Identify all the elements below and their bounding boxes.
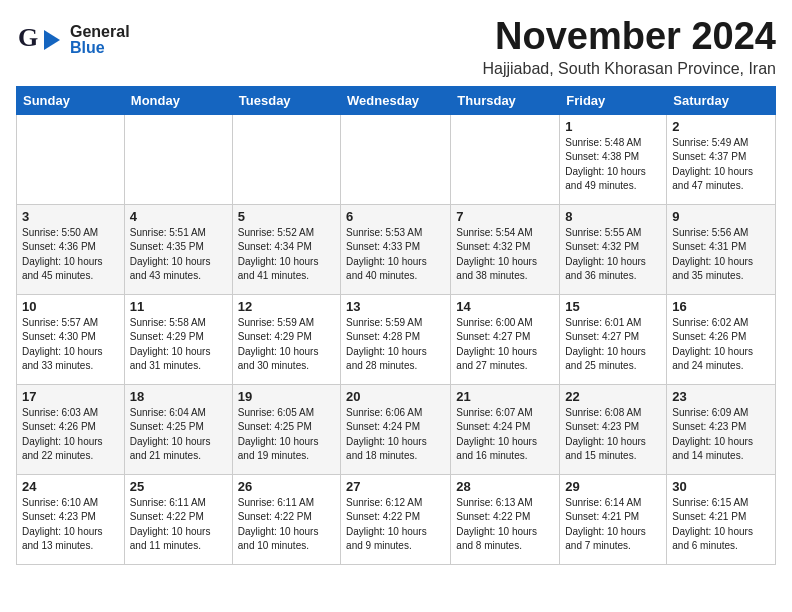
day-info: Sunrise: 5:56 AM Sunset: 4:31 PM Dayligh…: [672, 226, 770, 284]
day-number: 4: [130, 209, 227, 224]
calendar-cell: 12Sunrise: 5:59 AM Sunset: 4:29 PM Dayli…: [232, 294, 340, 384]
day-number: 13: [346, 299, 445, 314]
calendar-cell: 6Sunrise: 5:53 AM Sunset: 4:33 PM Daylig…: [341, 204, 451, 294]
weekday-header-sunday: Sunday: [17, 86, 125, 114]
calendar-cell: [232, 114, 340, 204]
calendar-cell: 1Sunrise: 5:48 AM Sunset: 4:38 PM Daylig…: [560, 114, 667, 204]
day-info: Sunrise: 5:59 AM Sunset: 4:29 PM Dayligh…: [238, 316, 335, 374]
weekday-header-row: SundayMondayTuesdayWednesdayThursdayFrid…: [17, 86, 776, 114]
day-number: 20: [346, 389, 445, 404]
day-number: 17: [22, 389, 119, 404]
day-number: 19: [238, 389, 335, 404]
calendar-cell: 3Sunrise: 5:50 AM Sunset: 4:36 PM Daylig…: [17, 204, 125, 294]
day-info: Sunrise: 5:54 AM Sunset: 4:32 PM Dayligh…: [456, 226, 554, 284]
calendar-cell: 8Sunrise: 5:55 AM Sunset: 4:32 PM Daylig…: [560, 204, 667, 294]
day-number: 26: [238, 479, 335, 494]
day-number: 29: [565, 479, 661, 494]
day-info: Sunrise: 5:49 AM Sunset: 4:37 PM Dayligh…: [672, 136, 770, 194]
day-number: 6: [346, 209, 445, 224]
calendar-cell: 24Sunrise: 6:10 AM Sunset: 4:23 PM Dayli…: [17, 474, 125, 564]
day-info: Sunrise: 6:03 AM Sunset: 4:26 PM Dayligh…: [22, 406, 119, 464]
calendar-cell: 23Sunrise: 6:09 AM Sunset: 4:23 PM Dayli…: [667, 384, 776, 474]
week-row-4: 17Sunrise: 6:03 AM Sunset: 4:26 PM Dayli…: [17, 384, 776, 474]
weekday-header-thursday: Thursday: [451, 86, 560, 114]
day-info: Sunrise: 6:11 AM Sunset: 4:22 PM Dayligh…: [238, 496, 335, 554]
day-number: 3: [22, 209, 119, 224]
calendar-cell: [451, 114, 560, 204]
weekday-header-monday: Monday: [124, 86, 232, 114]
calendar-cell: 11Sunrise: 5:58 AM Sunset: 4:29 PM Dayli…: [124, 294, 232, 384]
day-number: 7: [456, 209, 554, 224]
day-info: Sunrise: 5:53 AM Sunset: 4:33 PM Dayligh…: [346, 226, 445, 284]
calendar-cell: 30Sunrise: 6:15 AM Sunset: 4:21 PM Dayli…: [667, 474, 776, 564]
calendar-cell: 5Sunrise: 5:52 AM Sunset: 4:34 PM Daylig…: [232, 204, 340, 294]
calendar-cell: 4Sunrise: 5:51 AM Sunset: 4:35 PM Daylig…: [124, 204, 232, 294]
logo-general: General: [70, 24, 130, 40]
day-info: Sunrise: 5:48 AM Sunset: 4:38 PM Dayligh…: [565, 136, 661, 194]
logo-blue: Blue: [70, 40, 130, 56]
day-number: 30: [672, 479, 770, 494]
calendar-cell: 9Sunrise: 5:56 AM Sunset: 4:31 PM Daylig…: [667, 204, 776, 294]
calendar-table: SundayMondayTuesdayWednesdayThursdayFrid…: [16, 86, 776, 565]
calendar-cell: 28Sunrise: 6:13 AM Sunset: 4:22 PM Dayli…: [451, 474, 560, 564]
calendar-cell: [341, 114, 451, 204]
week-row-1: 1Sunrise: 5:48 AM Sunset: 4:38 PM Daylig…: [17, 114, 776, 204]
calendar-cell: 15Sunrise: 6:01 AM Sunset: 4:27 PM Dayli…: [560, 294, 667, 384]
day-info: Sunrise: 6:10 AM Sunset: 4:23 PM Dayligh…: [22, 496, 119, 554]
day-info: Sunrise: 6:09 AM Sunset: 4:23 PM Dayligh…: [672, 406, 770, 464]
week-row-5: 24Sunrise: 6:10 AM Sunset: 4:23 PM Dayli…: [17, 474, 776, 564]
location-title: Hajjiabad, South Khorasan Province, Iran: [482, 60, 776, 78]
day-info: Sunrise: 5:58 AM Sunset: 4:29 PM Dayligh…: [130, 316, 227, 374]
weekday-header-friday: Friday: [560, 86, 667, 114]
day-info: Sunrise: 6:00 AM Sunset: 4:27 PM Dayligh…: [456, 316, 554, 374]
calendar-cell: 20Sunrise: 6:06 AM Sunset: 4:24 PM Dayli…: [341, 384, 451, 474]
title-area: November 2024 Hajjiabad, South Khorasan …: [482, 16, 776, 78]
day-info: Sunrise: 6:01 AM Sunset: 4:27 PM Dayligh…: [565, 316, 661, 374]
calendar-cell: 13Sunrise: 5:59 AM Sunset: 4:28 PM Dayli…: [341, 294, 451, 384]
day-info: Sunrise: 6:11 AM Sunset: 4:22 PM Dayligh…: [130, 496, 227, 554]
day-info: Sunrise: 5:51 AM Sunset: 4:35 PM Dayligh…: [130, 226, 227, 284]
day-number: 24: [22, 479, 119, 494]
calendar-cell: 16Sunrise: 6:02 AM Sunset: 4:26 PM Dayli…: [667, 294, 776, 384]
calendar-cell: [17, 114, 125, 204]
day-number: 21: [456, 389, 554, 404]
day-info: Sunrise: 5:59 AM Sunset: 4:28 PM Dayligh…: [346, 316, 445, 374]
day-number: 27: [346, 479, 445, 494]
calendar-body: 1Sunrise: 5:48 AM Sunset: 4:38 PM Daylig…: [17, 114, 776, 564]
calendar-cell: 2Sunrise: 5:49 AM Sunset: 4:37 PM Daylig…: [667, 114, 776, 204]
week-row-2: 3Sunrise: 5:50 AM Sunset: 4:36 PM Daylig…: [17, 204, 776, 294]
day-info: Sunrise: 6:12 AM Sunset: 4:22 PM Dayligh…: [346, 496, 445, 554]
day-info: Sunrise: 6:13 AM Sunset: 4:22 PM Dayligh…: [456, 496, 554, 554]
calendar-cell: 29Sunrise: 6:14 AM Sunset: 4:21 PM Dayli…: [560, 474, 667, 564]
page-header: G General Blue November 2024 Hajjiabad, …: [16, 16, 776, 78]
calendar-cell: 18Sunrise: 6:04 AM Sunset: 4:25 PM Dayli…: [124, 384, 232, 474]
day-info: Sunrise: 6:04 AM Sunset: 4:25 PM Dayligh…: [130, 406, 227, 464]
day-info: Sunrise: 6:15 AM Sunset: 4:21 PM Dayligh…: [672, 496, 770, 554]
calendar-cell: [124, 114, 232, 204]
weekday-header-tuesday: Tuesday: [232, 86, 340, 114]
day-number: 1: [565, 119, 661, 134]
calendar-cell: 19Sunrise: 6:05 AM Sunset: 4:25 PM Dayli…: [232, 384, 340, 474]
day-number: 12: [238, 299, 335, 314]
day-number: 18: [130, 389, 227, 404]
day-number: 15: [565, 299, 661, 314]
weekday-header-saturday: Saturday: [667, 86, 776, 114]
day-number: 8: [565, 209, 661, 224]
calendar-cell: 10Sunrise: 5:57 AM Sunset: 4:30 PM Dayli…: [17, 294, 125, 384]
logo-text-block: General Blue: [70, 24, 130, 56]
day-number: 11: [130, 299, 227, 314]
svg-text:G: G: [18, 23, 38, 52]
day-info: Sunrise: 6:14 AM Sunset: 4:21 PM Dayligh…: [565, 496, 661, 554]
day-info: Sunrise: 6:02 AM Sunset: 4:26 PM Dayligh…: [672, 316, 770, 374]
day-info: Sunrise: 6:07 AM Sunset: 4:24 PM Dayligh…: [456, 406, 554, 464]
day-info: Sunrise: 5:50 AM Sunset: 4:36 PM Dayligh…: [22, 226, 119, 284]
day-number: 22: [565, 389, 661, 404]
day-info: Sunrise: 5:52 AM Sunset: 4:34 PM Dayligh…: [238, 226, 335, 284]
logo-icon: G: [16, 16, 64, 64]
calendar-cell: 22Sunrise: 6:08 AM Sunset: 4:23 PM Dayli…: [560, 384, 667, 474]
day-info: Sunrise: 6:06 AM Sunset: 4:24 PM Dayligh…: [346, 406, 445, 464]
day-info: Sunrise: 6:05 AM Sunset: 4:25 PM Dayligh…: [238, 406, 335, 464]
calendar-cell: 7Sunrise: 5:54 AM Sunset: 4:32 PM Daylig…: [451, 204, 560, 294]
day-number: 16: [672, 299, 770, 314]
day-number: 25: [130, 479, 227, 494]
